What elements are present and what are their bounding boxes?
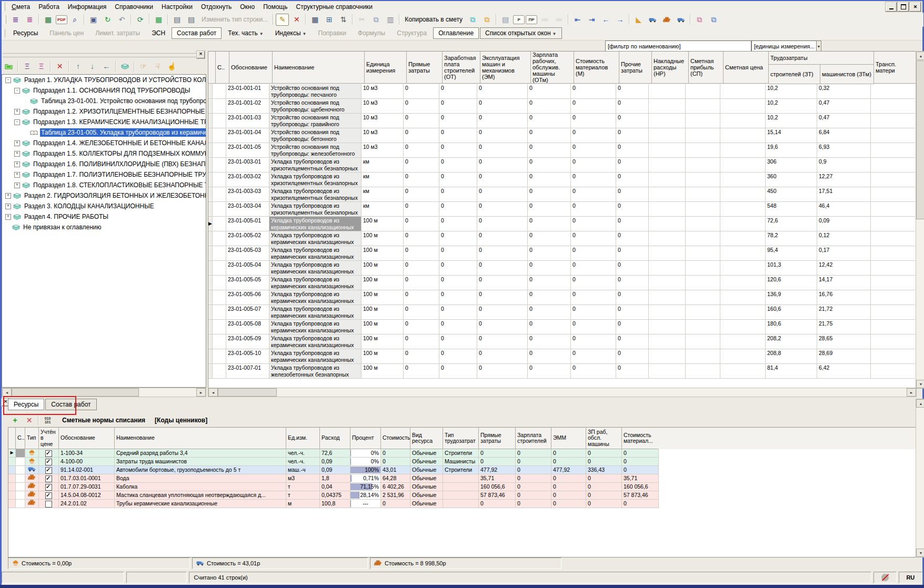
row-marker[interactable]: [208, 290, 213, 305]
cell-labor-builders[interactable]: 95,4: [766, 246, 817, 261]
norms-table-row[interactable]: 23-01-005-04Укладка трубопроводов из кер…: [208, 261, 916, 276]
cell-code[interactable]: 23-01-003-03: [226, 187, 269, 202]
cell-empty[interactable]: [720, 202, 766, 217]
cell-unit[interactable]: км: [361, 187, 404, 202]
toolbar-grip[interactable]: [3, 29, 5, 37]
included-checkbox[interactable]: [39, 474, 59, 483]
cell-labor-builders[interactable]: 78,2: [766, 231, 817, 246]
column-header[interactable]: Наименование: [115, 428, 286, 449]
norms-table-row[interactable]: 23-01-001-02Устройство основания под тру…: [208, 99, 916, 114]
cell-unit[interactable]: м: [286, 500, 320, 508]
cell-cost[interactable]: 0: [404, 128, 439, 143]
delete-resource-icon[interactable]: ✕: [23, 414, 36, 427]
add-resource-icon[interactable]: +: [8, 414, 22, 427]
cell-labor-builders[interactable]: 208,2: [766, 334, 817, 349]
cell-labor-machinists[interactable]: 6,84: [817, 128, 871, 143]
column-header[interactable]: Стоимость материал...: [622, 428, 658, 449]
cell-labor-builders[interactable]: 360: [766, 173, 817, 187]
row-marker[interactable]: [208, 187, 213, 202]
cell-cost[interactable]: 0: [571, 143, 616, 158]
cell-labor-type[interactable]: Строители: [443, 466, 479, 474]
cell-empty[interactable]: [686, 261, 720, 276]
cell-cost[interactable]: 0: [571, 349, 616, 364]
cell-empty[interactable]: [686, 305, 720, 320]
cell-cost[interactable]: 0: [439, 231, 477, 246]
view-tab-Ресурсы[interactable]: Ресурсы: [8, 27, 43, 39]
norms-table-row[interactable]: 23-01-001-01Устройство основания под тру…: [208, 84, 916, 99]
cell-cost[interactable]: 0: [404, 114, 439, 128]
cell-code[interactable]: 23-01-003-04: [226, 202, 269, 217]
row-marker[interactable]: [208, 143, 213, 158]
cell-direct-costs[interactable]: 57 873,46: [479, 491, 516, 500]
cell-cost[interactable]: 0: [571, 334, 616, 349]
cell-name[interactable]: Укладка трубопроводов из хризотилцементн…: [269, 173, 361, 187]
cell-status[interactable]: [213, 334, 226, 349]
delete-node-icon[interactable]: ✕: [53, 60, 66, 73]
menu-Информация[interactable]: Информация: [64, 2, 111, 12]
cell-cost[interactable]: 0: [439, 217, 477, 231]
cell-labor-builders[interactable]: 208,8: [766, 349, 817, 364]
excel-export-icon[interactable]: ▦: [42, 14, 55, 26]
cell-code[interactable]: 14.5.04.08-0012: [59, 491, 115, 500]
cell-material-cost[interactable]: 35,71: [622, 474, 659, 483]
tree-horizontal-scrollbar[interactable]: ◄ ►: [2, 388, 206, 397]
cell-cost[interactable]: 0: [404, 187, 439, 202]
cell-cost[interactable]: 0: [477, 261, 528, 276]
cell-code[interactable]: 23-01-005-09: [226, 334, 269, 349]
save-icon[interactable]: ▣: [87, 14, 100, 26]
norms-table-row[interactable]: 23-01-005-02Укладка трубопроводов из кер…: [208, 231, 916, 246]
column-header[interactable]: Расход: [320, 428, 350, 449]
chapter-tree-icon[interactable]: Ξ: [21, 60, 34, 73]
cell-unit[interactable]: 100 м: [361, 349, 404, 364]
column-header[interactable]: ЗП раб, обсл. машины: [586, 428, 622, 449]
column-header[interactable]: Процент: [350, 428, 381, 449]
row-marker[interactable]: [208, 320, 213, 334]
minimize-button[interactable]: [886, 2, 897, 12]
search-icon[interactable]: ⌕: [68, 14, 82, 26]
cell-empty[interactable]: [686, 128, 720, 143]
menu-Работа[interactable]: Работа: [34, 2, 64, 12]
move-up-icon[interactable]: ↑: [72, 60, 85, 73]
cell-status[interactable]: [213, 114, 226, 128]
cell-labor-builders[interactable]: 136,9: [766, 290, 817, 305]
filter-tree2-icon[interactable]: ≔: [553, 14, 566, 26]
cell-status[interactable]: [213, 290, 226, 305]
cell-status[interactable]: [16, 483, 25, 491]
cell-labor-machinists[interactable]: 0,47: [817, 99, 871, 114]
codes-icon[interactable]: 010101: [41, 414, 54, 427]
print-icon[interactable]: ▤: [170, 14, 184, 26]
tree-item-label[interactable]: Подраздел 1.3. КЕРАМИЧЕСКИЕ КАНАЛИЗАЦИОН…: [32, 118, 206, 126]
cell-emm[interactable]: 0: [551, 483, 586, 491]
cell-empty[interactable]: [720, 305, 766, 320]
cell-labor-machinists[interactable]: 0,09: [817, 217, 871, 231]
cell-quantity[interactable]: 0,04375: [320, 491, 350, 500]
norms-table-row[interactable]: 23-01-005-06Укладка трубопроводов из кер…: [208, 290, 916, 305]
panel-grip[interactable]: [3, 53, 196, 57]
cell-code[interactable]: 23-01-003-02: [226, 173, 269, 187]
cell-unit[interactable]: 100 м: [361, 261, 404, 276]
cell-name[interactable]: Устройство основания под трубопроводы: б…: [269, 128, 361, 143]
cell-name[interactable]: Укладка трубопроводов из хризотилцементн…: [269, 202, 361, 217]
row-marker[interactable]: [208, 173, 213, 187]
cell-empty[interactable]: [686, 364, 720, 379]
cell-empty[interactable]: [720, 261, 766, 276]
column-header[interactable]: С..: [216, 52, 229, 84]
cell-cost[interactable]: 0: [439, 276, 477, 290]
copy-to-estimate-label[interactable]: Копировать в смету: [401, 16, 466, 23]
cell-quantity[interactable]: 0,04: [320, 483, 350, 491]
cell-unit[interactable]: 100 м: [361, 276, 404, 290]
cell-labor-machinists[interactable]: 0,9: [817, 158, 871, 173]
row-marker[interactable]: [8, 483, 16, 491]
cell-material-cost[interactable]: 57 873,46: [622, 491, 659, 500]
tree-item-label[interactable]: Подраздел 1.7. ПОЛИЭТИЛЕНОВЫЕ БЕЗНАПОРНЫ…: [32, 170, 206, 179]
included-checkbox[interactable]: [39, 500, 59, 508]
tree-expand-box[interactable]: +: [14, 109, 20, 115]
cell-labor-builders[interactable]: 72,6: [766, 217, 817, 231]
column-header[interactable]: Учтён в цене: [39, 428, 59, 449]
estimate-structure-add-icon[interactable]: ≣: [23, 14, 36, 26]
cell-unit[interactable]: 100 м: [361, 334, 404, 349]
cell-labor-builders[interactable]: 10,2: [766, 99, 817, 114]
cell-cost[interactable]: 0: [528, 114, 571, 128]
cell-quantity[interactable]: 1,8: [320, 474, 350, 483]
cell-empty[interactable]: [720, 320, 766, 334]
